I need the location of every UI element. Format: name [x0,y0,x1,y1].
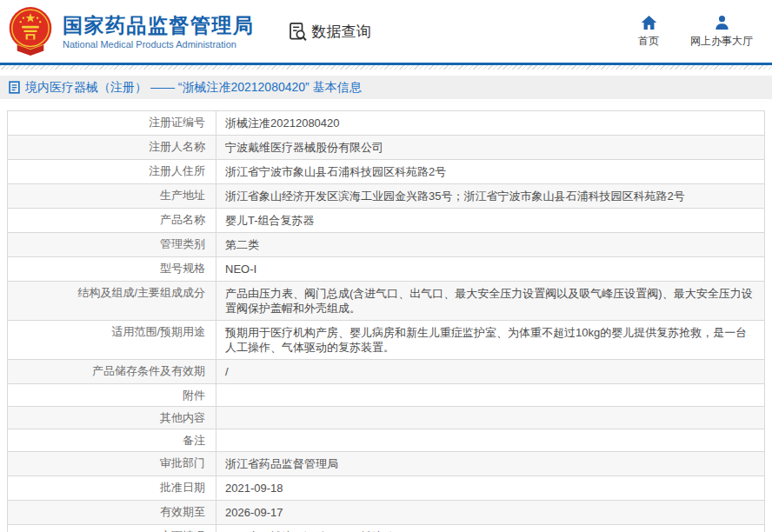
top-nav: 首页 网上办事大厅 [638,15,758,49]
table-row: 批准日期 2021-09-18 [8,476,764,501]
data-query-label: 数据查询 [312,22,371,42]
national-emblem-icon [7,6,54,57]
nav-item-label: 首页 [638,34,659,49]
data-query-tab[interactable]: 数据查询 [288,22,371,42]
table-row: 注册人名称 宁波戴维医疗器械股份有限公司 [8,136,764,160]
row-label: 型号规格 [8,257,216,281]
row-label: 注册证编号 [8,111,216,135]
row-value: 浙江省宁波市象山县石浦科技园区科苑路2号 [216,160,764,183]
row-label: 注册人名称 [8,136,216,159]
table-row: 产品储存条件及有效期 / [8,360,764,384]
nav-item-service-hall[interactable]: 网上办事大厅 [690,15,753,49]
person-icon [714,15,730,30]
site-subtitle: National Medical Products Administration [63,39,255,50]
table-row: 注册人住所 浙江省宁波市象山县石浦科技园区科苑路2号 [8,160,764,184]
table-row: 备注 [8,429,764,452]
table-row: 其他内容 [8,407,764,429]
row-value: 2026-09-17 [216,501,764,524]
table-row: 管理类别 第二类 [8,233,764,257]
row-value [216,384,764,406]
row-label: 产品储存条件及有效期 [8,360,216,383]
row-value [216,407,764,429]
breadcrumb: 境内医疗器械（注册） —— “浙械注准20212080420” 基本信息 [0,76,772,99]
table-row: 型号规格 NEO-Ⅰ [8,257,764,282]
row-value: 第二类 [216,233,764,256]
nav-item-label: 网上办事大厅 [690,34,753,49]
table-row: 产品名称 婴儿T-组合复苏器 [8,209,764,233]
row-label: 审批部门 [8,452,216,475]
row-label: 管理类别 [8,233,216,256]
row-label: 变更情况 [8,525,216,532]
row-value: 宁波戴维医疗器械股份有限公司 [216,136,764,159]
hatch-band [0,65,772,70]
registration-info-table: 注册证编号 浙械注准20212080420 注册人名称 宁波戴维医疗器械股份有限… [7,110,765,532]
table-row: 注册证编号 浙械注准20212080420 [8,111,764,136]
table-row: 生产地址 浙江省象山经济开发区滨海工业园金兴路35号；浙江省宁波市象山县石浦科技… [8,184,764,209]
row-label: 生产地址 [8,184,216,208]
row-label: 结构及组成/主要组成成分 [8,282,216,320]
row-label: 批准日期 [8,476,216,500]
breadcrumb-text: 境内医疗器械（注册） —— “浙械注准20212080420” 基本信息 [25,80,362,96]
data-query-icon [288,22,308,42]
row-value: 浙江省象山经济开发区滨海工业园金兴路35号；浙江省宁波市象山县石浦科技园区科苑路… [216,184,764,208]
table-row: 结构及组成/主要组成成分 产品由压力表、阀门总成(含进气口、出气口、最大安全压力… [8,282,764,321]
row-value [216,429,764,451]
row-value: 浙械注准20212080420 [216,111,764,135]
row-value: 原医疗器械注册证编号：国械注准20163541846。 [216,525,764,532]
row-label: 其他内容 [8,407,216,429]
page: { "header": { "title": "国家药品监督管理局", "sub… [0,0,772,532]
table-row: 附件 [8,384,764,407]
row-label: 适用范围/预期用途 [8,321,216,359]
row-label: 备注 [8,429,216,451]
site-header: 国家药品监督管理局 National Medical Products Admi… [0,0,772,63]
site-title: 国家药品监督管理局 [63,14,255,37]
row-label: 注册人住所 [8,160,216,183]
row-value: NEO-Ⅰ [216,257,764,281]
table-row: 有效期至 2026-09-17 [8,501,764,525]
table-row: 变更情况 原医疗器械注册证编号：国械注准20163541846。 [8,525,764,532]
site-logo[interactable]: 国家药品监督管理局 National Medical Products Admi… [7,6,255,57]
table-row: 适用范围/预期用途 预期用于医疗机构产房、婴儿病房和新生儿重症监护室、为体重不超… [8,321,764,360]
row-value: 产品由压力表、阀门总成(含进气口、出气口、最大安全压力设置阀以及吸气峰压设置阀)… [216,282,764,320]
row-label: 产品名称 [8,209,216,232]
document-icon [9,81,20,94]
row-value: / [216,360,764,383]
site-title-block: 国家药品监督管理局 National Medical Products Admi… [63,14,255,50]
home-icon [641,15,657,30]
table-row: 审批部门 浙江省药品监督管理局 [8,452,764,476]
row-label: 有效期至 [8,501,216,524]
row-label: 附件 [8,384,216,406]
row-value: 预期用于医疗机构产房、婴儿病房和新生儿重症监护室、为体重不超过10kg的婴儿提供… [216,321,764,359]
row-value: 婴儿T-组合复苏器 [216,209,764,232]
row-value: 2021-09-18 [216,476,764,500]
nav-item-home[interactable]: 首页 [638,15,659,49]
row-value: 浙江省药品监督管理局 [216,452,764,475]
